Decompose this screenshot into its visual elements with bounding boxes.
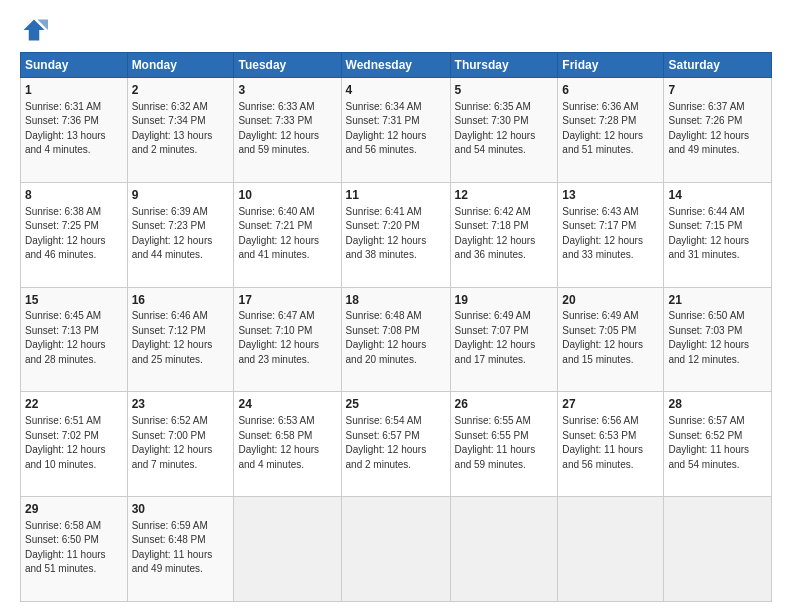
day-number: 13	[562, 187, 659, 204]
calendar-week-4: 22Sunrise: 6:51 AMSunset: 7:02 PMDayligh…	[21, 392, 772, 497]
column-header-tuesday: Tuesday	[234, 53, 341, 78]
day-info: Sunrise: 6:38 AMSunset: 7:25 PMDaylight:…	[25, 205, 123, 263]
calendar-cell: 22Sunrise: 6:51 AMSunset: 7:02 PMDayligh…	[21, 392, 128, 497]
calendar-cell: 5Sunrise: 6:35 AMSunset: 7:30 PMDaylight…	[450, 78, 558, 183]
day-number: 9	[132, 187, 230, 204]
calendar-header-row: SundayMondayTuesdayWednesdayThursdayFrid…	[21, 53, 772, 78]
day-info: Sunrise: 6:44 AMSunset: 7:15 PMDaylight:…	[668, 205, 767, 263]
calendar-cell: 11Sunrise: 6:41 AMSunset: 7:20 PMDayligh…	[341, 182, 450, 287]
day-info: Sunrise: 6:40 AMSunset: 7:21 PMDaylight:…	[238, 205, 336, 263]
calendar-cell: 30Sunrise: 6:59 AMSunset: 6:48 PMDayligh…	[127, 497, 234, 602]
day-info: Sunrise: 6:32 AMSunset: 7:34 PMDaylight:…	[132, 100, 230, 158]
day-info: Sunrise: 6:47 AMSunset: 7:10 PMDaylight:…	[238, 309, 336, 367]
day-info: Sunrise: 6:48 AMSunset: 7:08 PMDaylight:…	[346, 309, 446, 367]
calendar-cell: 29Sunrise: 6:58 AMSunset: 6:50 PMDayligh…	[21, 497, 128, 602]
day-number: 18	[346, 292, 446, 309]
calendar-body: 1Sunrise: 6:31 AMSunset: 7:36 PMDaylight…	[21, 78, 772, 602]
calendar-cell: 19Sunrise: 6:49 AMSunset: 7:07 PMDayligh…	[450, 287, 558, 392]
calendar-cell: 16Sunrise: 6:46 AMSunset: 7:12 PMDayligh…	[127, 287, 234, 392]
day-number: 4	[346, 82, 446, 99]
column-header-monday: Monday	[127, 53, 234, 78]
calendar-cell: 9Sunrise: 6:39 AMSunset: 7:23 PMDaylight…	[127, 182, 234, 287]
calendar-cell: 26Sunrise: 6:55 AMSunset: 6:55 PMDayligh…	[450, 392, 558, 497]
day-number: 20	[562, 292, 659, 309]
day-info: Sunrise: 6:34 AMSunset: 7:31 PMDaylight:…	[346, 100, 446, 158]
day-info: Sunrise: 6:54 AMSunset: 6:57 PMDaylight:…	[346, 414, 446, 472]
calendar-week-5: 29Sunrise: 6:58 AMSunset: 6:50 PMDayligh…	[21, 497, 772, 602]
day-number: 7	[668, 82, 767, 99]
header	[20, 16, 772, 44]
calendar-cell: 6Sunrise: 6:36 AMSunset: 7:28 PMDaylight…	[558, 78, 664, 183]
day-number: 12	[455, 187, 554, 204]
day-number: 17	[238, 292, 336, 309]
day-number: 14	[668, 187, 767, 204]
calendar-cell: 1Sunrise: 6:31 AMSunset: 7:36 PMDaylight…	[21, 78, 128, 183]
day-info: Sunrise: 6:49 AMSunset: 7:05 PMDaylight:…	[562, 309, 659, 367]
day-number: 2	[132, 82, 230, 99]
day-number: 24	[238, 396, 336, 413]
day-number: 19	[455, 292, 554, 309]
day-info: Sunrise: 6:50 AMSunset: 7:03 PMDaylight:…	[668, 309, 767, 367]
calendar-cell: 7Sunrise: 6:37 AMSunset: 7:26 PMDaylight…	[664, 78, 772, 183]
day-info: Sunrise: 6:35 AMSunset: 7:30 PMDaylight:…	[455, 100, 554, 158]
calendar-cell: 3Sunrise: 6:33 AMSunset: 7:33 PMDaylight…	[234, 78, 341, 183]
day-number: 29	[25, 501, 123, 518]
column-header-sunday: Sunday	[21, 53, 128, 78]
calendar-week-1: 1Sunrise: 6:31 AMSunset: 7:36 PMDaylight…	[21, 78, 772, 183]
day-number: 16	[132, 292, 230, 309]
day-info: Sunrise: 6:42 AMSunset: 7:18 PMDaylight:…	[455, 205, 554, 263]
calendar-cell	[664, 497, 772, 602]
day-info: Sunrise: 6:33 AMSunset: 7:33 PMDaylight:…	[238, 100, 336, 158]
day-info: Sunrise: 6:52 AMSunset: 7:00 PMDaylight:…	[132, 414, 230, 472]
day-number: 21	[668, 292, 767, 309]
day-number: 15	[25, 292, 123, 309]
day-info: Sunrise: 6:31 AMSunset: 7:36 PMDaylight:…	[25, 100, 123, 158]
day-info: Sunrise: 6:55 AMSunset: 6:55 PMDaylight:…	[455, 414, 554, 472]
day-number: 8	[25, 187, 123, 204]
calendar-cell: 15Sunrise: 6:45 AMSunset: 7:13 PMDayligh…	[21, 287, 128, 392]
calendar-week-3: 15Sunrise: 6:45 AMSunset: 7:13 PMDayligh…	[21, 287, 772, 392]
day-number: 10	[238, 187, 336, 204]
day-info: Sunrise: 6:49 AMSunset: 7:07 PMDaylight:…	[455, 309, 554, 367]
logo-icon	[20, 16, 48, 44]
calendar-cell: 14Sunrise: 6:44 AMSunset: 7:15 PMDayligh…	[664, 182, 772, 287]
day-info: Sunrise: 6:51 AMSunset: 7:02 PMDaylight:…	[25, 414, 123, 472]
day-info: Sunrise: 6:56 AMSunset: 6:53 PMDaylight:…	[562, 414, 659, 472]
calendar-cell: 13Sunrise: 6:43 AMSunset: 7:17 PMDayligh…	[558, 182, 664, 287]
day-info: Sunrise: 6:58 AMSunset: 6:50 PMDaylight:…	[25, 519, 123, 577]
day-info: Sunrise: 6:39 AMSunset: 7:23 PMDaylight:…	[132, 205, 230, 263]
day-number: 27	[562, 396, 659, 413]
calendar-cell: 24Sunrise: 6:53 AMSunset: 6:58 PMDayligh…	[234, 392, 341, 497]
day-info: Sunrise: 6:57 AMSunset: 6:52 PMDaylight:…	[668, 414, 767, 472]
day-number: 30	[132, 501, 230, 518]
logo	[20, 16, 52, 44]
day-info: Sunrise: 6:43 AMSunset: 7:17 PMDaylight:…	[562, 205, 659, 263]
calendar-cell: 25Sunrise: 6:54 AMSunset: 6:57 PMDayligh…	[341, 392, 450, 497]
calendar-cell: 17Sunrise: 6:47 AMSunset: 7:10 PMDayligh…	[234, 287, 341, 392]
day-info: Sunrise: 6:53 AMSunset: 6:58 PMDaylight:…	[238, 414, 336, 472]
calendar-week-2: 8Sunrise: 6:38 AMSunset: 7:25 PMDaylight…	[21, 182, 772, 287]
day-number: 3	[238, 82, 336, 99]
calendar-cell: 12Sunrise: 6:42 AMSunset: 7:18 PMDayligh…	[450, 182, 558, 287]
calendar-cell	[341, 497, 450, 602]
calendar-cell	[558, 497, 664, 602]
column-header-thursday: Thursday	[450, 53, 558, 78]
day-info: Sunrise: 6:36 AMSunset: 7:28 PMDaylight:…	[562, 100, 659, 158]
day-number: 28	[668, 396, 767, 413]
calendar-cell: 28Sunrise: 6:57 AMSunset: 6:52 PMDayligh…	[664, 392, 772, 497]
day-number: 22	[25, 396, 123, 413]
day-info: Sunrise: 6:45 AMSunset: 7:13 PMDaylight:…	[25, 309, 123, 367]
day-number: 25	[346, 396, 446, 413]
day-number: 11	[346, 187, 446, 204]
calendar-cell: 4Sunrise: 6:34 AMSunset: 7:31 PMDaylight…	[341, 78, 450, 183]
day-info: Sunrise: 6:59 AMSunset: 6:48 PMDaylight:…	[132, 519, 230, 577]
column-header-friday: Friday	[558, 53, 664, 78]
day-number: 1	[25, 82, 123, 99]
calendar-cell: 10Sunrise: 6:40 AMSunset: 7:21 PMDayligh…	[234, 182, 341, 287]
calendar-cell: 20Sunrise: 6:49 AMSunset: 7:05 PMDayligh…	[558, 287, 664, 392]
calendar-cell: 2Sunrise: 6:32 AMSunset: 7:34 PMDaylight…	[127, 78, 234, 183]
day-number: 26	[455, 396, 554, 413]
day-number: 6	[562, 82, 659, 99]
column-header-wednesday: Wednesday	[341, 53, 450, 78]
calendar-cell: 8Sunrise: 6:38 AMSunset: 7:25 PMDaylight…	[21, 182, 128, 287]
